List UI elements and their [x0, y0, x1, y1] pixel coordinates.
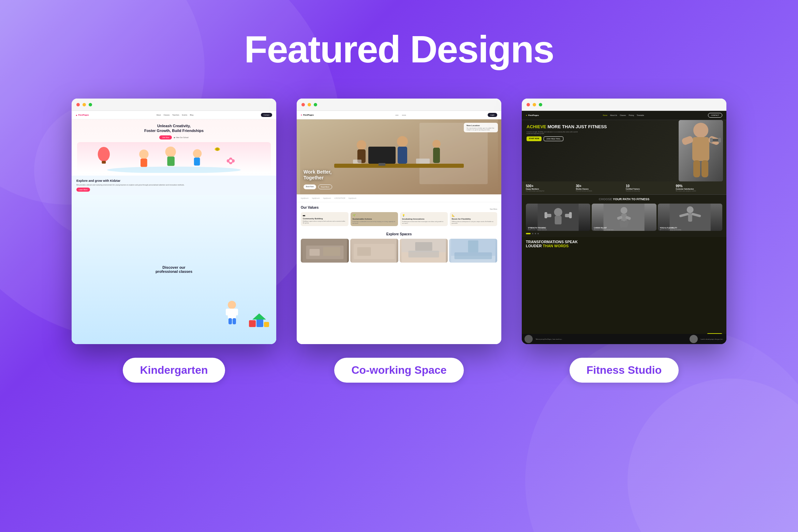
stat-1: 30+ Weekly Classes Pick from various wor…	[576, 184, 623, 192]
kinder-contact-btn[interactable]: Contact	[261, 113, 272, 117]
space-img-1	[350, 239, 398, 263]
kinder-section2-body: We provide a vibrant and nurturing envir…	[76, 184, 271, 186]
fitness-trial-btn[interactable]: JOIN FREE TRIAL	[544, 136, 563, 141]
fitness-man-svg	[679, 120, 723, 181]
fitness-page: ● FlexiPages Home About Us Classes Prici…	[522, 111, 726, 344]
fitness-path-heading: CHOOSE YOUR PATH TO FITNESS	[526, 197, 722, 201]
svg-rect-42	[310, 249, 320, 256]
dot-green-3	[539, 103, 542, 106]
dot-green-2	[314, 103, 317, 106]
svg-rect-51	[415, 242, 432, 251]
svg-rect-25	[264, 322, 269, 327]
svg-point-68	[554, 208, 562, 216]
svg-point-76	[621, 207, 627, 214]
svg-rect-63	[718, 138, 721, 143]
kinder-logo: ● FlexiPages	[76, 114, 89, 116]
innovation-icon: 💡	[402, 214, 446, 217]
value-card-1: 🌱 Sustainable Actions Fostering a sustai…	[351, 212, 398, 226]
label-coworking: Co-working Space	[334, 358, 463, 383]
kinder-hero: Unleash Creativity, Foster Growth, Build…	[72, 119, 276, 176]
space-img-2	[400, 239, 448, 263]
kinder-learn-btn[interactable]: Learn More	[76, 188, 90, 192]
svg-rect-73	[569, 212, 572, 218]
kinder-hero-image	[77, 142, 271, 173]
cowork-read-btn[interactable]: Read More	[318, 184, 332, 189]
cowork-hero-btns: Book Now Read More	[304, 184, 332, 189]
fitness-hero: ACHIEVE MORE THAN JUST FITNESS Combine s…	[522, 120, 726, 181]
value-card-3: 📐 Room for Flexibility Offering various …	[450, 212, 498, 226]
svg-point-1	[98, 147, 110, 161]
cowork-hero-text: Work Better, Together	[304, 169, 331, 181]
fitness-stats: 500+ Happy Members Our community is grow…	[522, 181, 726, 195]
kinder-join-btn[interactable]: Join Now	[159, 135, 172, 139]
label-kindergarten: Kindergarten	[123, 358, 225, 383]
fitness-start-btn[interactable]: START NOW	[527, 136, 542, 141]
svg-rect-30	[368, 147, 396, 164]
sustainable-icon: 🌱	[353, 214, 396, 217]
space-img-3	[449, 239, 497, 263]
browser-content-cowork: ● FlexiPages ●●● ●●●● Login	[297, 111, 501, 344]
label-fitness: Fitness Studio	[570, 358, 679, 383]
svg-rect-8	[167, 157, 175, 166]
svg-rect-2	[102, 161, 106, 163]
browser-bar-1	[72, 99, 276, 111]
page-title: Featured Designs	[244, 27, 554, 71]
dot-red-3	[527, 103, 530, 106]
space-img-0	[301, 239, 349, 263]
svg-rect-46	[357, 247, 371, 256]
kinder-page: ● FlexiPages About Classes Teachers Even…	[72, 111, 276, 344]
cowork-values: Our Values See More 🏘 Community Building…	[297, 202, 501, 230]
svg-rect-69	[555, 216, 562, 224]
fitness-contact-btn[interactable]: CONTACT	[708, 113, 722, 118]
fitness-card-1: CARDIO BLAST Maximize health and weight …	[592, 204, 656, 231]
cowork-values-grid: 🏘 Community Building Building a space wh…	[301, 212, 497, 226]
fitness-card-2: YOGA & FLEXIBILITY Achieve mental clarit…	[658, 204, 722, 231]
dot-yellow-2	[308, 103, 311, 106]
browser-coworking: ● FlexiPages ●●● ●●●● Login	[297, 99, 501, 344]
fitness-transform: TRANSFORMATIONS SPEAK LOUDER THAN WORDS …	[522, 237, 726, 344]
value-card-2: 💡 Incubating Innovations Fostering an en…	[400, 212, 448, 226]
cowork-hero-image: Work Better, Together Book Now Read More…	[297, 119, 501, 194]
browser-content-kinder: ● FlexiPages About Classes Teachers Even…	[72, 111, 276, 344]
svg-rect-35	[398, 147, 407, 164]
svg-rect-19	[226, 309, 229, 315]
dot-yellow-3	[533, 103, 536, 106]
cowork-spaces: Explore Spaces	[297, 230, 501, 344]
value-card-0: 🏘 Community Building Building a space wh…	[301, 212, 349, 226]
kinder-view-btn[interactable]: ▶ View Our School	[174, 135, 189, 139]
fitness-path: CHOOSE YOUR PATH TO FITNESS	[522, 195, 726, 237]
stat-2: 10 Certified Trainers Guidance at every …	[626, 184, 673, 192]
kinder-section2-heading: Explore and grow with Kidztar	[76, 179, 271, 182]
stat-0: 500+ Happy Members Our community is grow…	[526, 184, 573, 192]
svg-rect-43	[323, 247, 340, 256]
svg-rect-47	[374, 246, 393, 256]
svg-point-7	[165, 146, 176, 157]
svg-point-57	[693, 123, 708, 138]
cowork-page: ● FlexiPages ●●● ●●●● Login	[297, 111, 501, 344]
cowork-spaces-grid	[301, 239, 497, 263]
svg-point-5	[139, 149, 148, 159]
card-kindergarten: ● FlexiPages About Classes Teachers Even…	[72, 99, 276, 383]
cowork-hero: Work Better, Together Book Now Read More…	[297, 119, 501, 194]
cowork-values-header: Our Values See More	[301, 206, 497, 212]
svg-rect-58	[692, 137, 709, 161]
flexibility-icon: 📐	[452, 214, 496, 217]
card-fitness: ● FlexiPages Home About Us Classes Prici…	[522, 99, 726, 383]
svg-point-34	[397, 136, 408, 147]
kinder-blocks-svg	[249, 313, 269, 330]
svg-point-16	[230, 159, 232, 162]
fitness-nav-links: Home About Us Classes Pricing Timetable	[603, 114, 644, 116]
cowork-nav: ● FlexiPages ●●● ●●●● Login	[297, 111, 501, 119]
featured-designs-row: ● FlexiPages About Classes Teachers Even…	[72, 99, 726, 383]
cowork-book-btn[interactable]: Book Now	[304, 184, 316, 189]
kinder-section2: Explore and grow with Kidztar We provide…	[72, 176, 276, 195]
svg-rect-10	[194, 158, 200, 166]
kinder-hero-btns: Join Now ▶ View Our School	[77, 135, 271, 139]
cowork-login-btn[interactable]: Login	[488, 113, 497, 117]
browser-fitness: ● FlexiPages Home About Us Classes Prici…	[522, 99, 726, 344]
svg-rect-29	[334, 164, 464, 168]
svg-rect-65	[701, 160, 708, 177]
fitness-path-grid: STRENGTH TRAINING Build muscle, increase…	[526, 204, 722, 231]
dot-yellow-1	[83, 103, 86, 106]
browser-kindergarten: ● FlexiPages About Classes Teachers Even…	[72, 99, 276, 344]
